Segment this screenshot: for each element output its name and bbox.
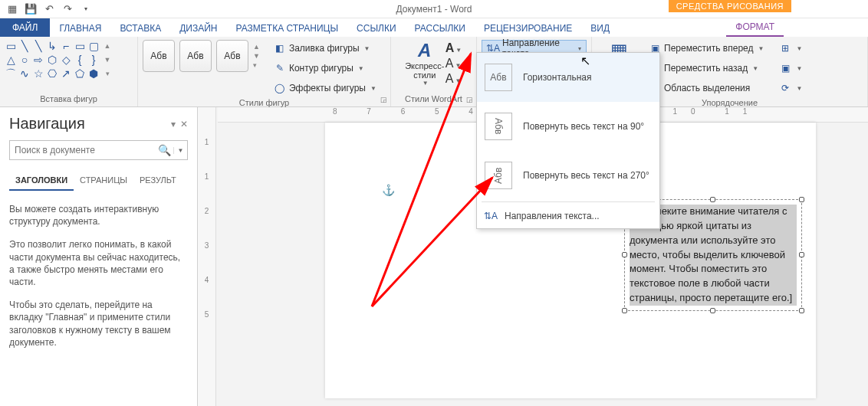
gallery-more-icon[interactable]: ▾ — [253, 61, 260, 69]
document-title: Документ1 - Word — [396, 4, 472, 15]
gallery-up-icon[interactable]: ▲ — [101, 40, 113, 52]
text-outline-button[interactable]: A▼ — [446, 57, 462, 70]
resize-handle[interactable] — [710, 308, 715, 313]
shape-effects-label: Эффекты фигуры — [289, 83, 366, 93]
tab-mailings[interactable]: РАССЫЛКИ — [406, 20, 475, 37]
bring-forward-button[interactable]: ▣ Переместить вперед ▼ — [644, 40, 768, 57]
chevron-down-icon: ▼ — [364, 45, 370, 52]
curve-icon[interactable]: ⌒ — [5, 67, 17, 80]
dialog-launcher-icon[interactable]: ◲ — [466, 96, 473, 103]
search-input[interactable] — [10, 145, 155, 156]
tab-format[interactable]: ФОРМАТ — [726, 18, 784, 37]
chevron-down-icon: ▼ — [758, 45, 764, 52]
align-button[interactable]: ⊞▼ — [774, 40, 807, 57]
vertical-ruler[interactable]: 1 1 2 3 4 5 — [198, 107, 216, 406]
thumb-90-icon: Абв — [485, 113, 512, 140]
more-label: Направления текста... — [505, 211, 600, 221]
tab-insert[interactable]: ВСТАВКА — [110, 20, 170, 37]
express-styles-button[interactable]: A Экспресс-стили ▼ — [406, 40, 444, 87]
connector-icon[interactable]: ↳ — [46, 40, 58, 52]
triangle-icon[interactable]: △ — [5, 54, 17, 66]
direction-more-options[interactable]: ⇅A Направления текста... — [477, 204, 659, 228]
undo-icon[interactable]: ↶ — [41, 2, 57, 17]
line-shape-icon[interactable]: ╲ — [18, 40, 31, 52]
resize-handle[interactable] — [622, 252, 627, 257]
callout-icon[interactable]: ⎔ — [46, 67, 58, 80]
nav-dropdown-icon[interactable]: ▾ — [171, 119, 176, 129]
resize-handle[interactable] — [710, 197, 715, 202]
rect-shape-icon[interactable]: ▢ — [87, 40, 100, 52]
qat-customize-icon[interactable]: ▾ — [78, 2, 94, 17]
shape-gallery[interactable]: ▭ ╲ ╲ ↳ ⌐ ▭ ▢ ▲ △ ○ ⇨ ⬡ ◇ { } ▼ ⌒ ∿ ☆ ⎔ — [5, 40, 113, 80]
oval-icon[interactable]: ○ — [18, 54, 31, 66]
contextual-tab-label: СРЕДСТВА РИСОВАНИЯ — [669, 0, 791, 12]
send-backward-button[interactable]: ▢ Переместить назад ▼ — [644, 60, 768, 77]
gallery-up-icon[interactable]: ▲ — [253, 43, 260, 51]
close-icon[interactable]: ✕ — [180, 119, 188, 129]
word-icon[interactable]: ▦ — [5, 2, 20, 17]
group-insert-shapes: ▭ ╲ ╲ ↳ ⌐ ▭ ▢ ▲ △ ○ ⇨ ⬡ ◇ { } ▼ ⌒ ∿ ☆ ⎔ — [0, 37, 138, 106]
tab-references[interactable]: ССЫЛКИ — [347, 20, 405, 37]
resize-handle[interactable] — [622, 308, 627, 313]
title-bar: ▦ 💾 ↶ ↷ ▾ Документ1 - Word СРЕДСТВА РИСО… — [0, 0, 868, 18]
gallery-more-icon[interactable]: ▾ — [101, 67, 113, 80]
nav-title: Навигация — [9, 115, 85, 133]
style-preset[interactable]: Абв — [143, 40, 175, 72]
align-icon: ⊞ — [779, 42, 791, 54]
connector-icon[interactable]: ⌐ — [60, 40, 72, 52]
line-shape-icon[interactable]: ╲ — [32, 40, 44, 52]
shape-fill-button[interactable]: ◧ Заливка фигуры ▼ — [269, 40, 381, 57]
nav-tab-headings[interactable]: ЗАГОЛОВКИ — [9, 171, 74, 191]
resize-handle[interactable] — [799, 197, 804, 202]
gallery-down-icon[interactable]: ▼ — [101, 54, 113, 66]
navigation-pane: Навигация ▾ ✕ 🔍 ▼ ЗАГОЛОВКИ СТРАНИЦЫ РЕЗ… — [0, 107, 198, 406]
ribbon-tabs: ФАЙЛ ГЛАВНАЯ ВСТАВКА ДИЗАЙН РАЗМЕТКА СТР… — [0, 18, 868, 37]
nav-p1: Вы можете создать интерактивную структур… — [9, 203, 188, 228]
dialog-launcher-icon[interactable]: ◲ — [380, 96, 387, 103]
tab-home[interactable]: ГЛАВНАЯ — [50, 20, 110, 37]
star-icon[interactable]: ☆ — [32, 67, 44, 80]
freeform-icon[interactable]: ∿ — [18, 67, 31, 80]
tab-view[interactable]: ВИД — [581, 20, 619, 37]
nav-search-box[interactable]: 🔍 ▼ — [9, 140, 188, 160]
nav-tab-pages[interactable]: СТРАНИЦЫ — [74, 171, 133, 191]
shape-icon[interactable]: ⬠ — [74, 67, 86, 80]
brace-icon[interactable]: { — [74, 54, 86, 66]
direction-option-horizontal[interactable]: Абв Горизонтальная — [477, 53, 659, 102]
menu-separator — [482, 201, 655, 202]
tab-design[interactable]: ДИЗАЙН — [170, 20, 226, 37]
rect-shape-icon[interactable]: ▭ — [74, 40, 86, 52]
style-preset[interactable]: Абв — [216, 40, 248, 72]
nav-p2: Это позволит легко понимать, в какой час… — [9, 238, 188, 288]
gallery-down-icon[interactable]: ▼ — [253, 52, 260, 60]
shape-icon[interactable]: ⬢ — [87, 67, 100, 80]
shape-effects-button[interactable]: ◯ Эффекты фигуры ▼ — [269, 80, 381, 97]
text-effects-button[interactable]: A▼ — [446, 72, 462, 86]
group-button[interactable]: ▣▼ — [774, 60, 807, 77]
rotate-icon: ⟳ — [779, 82, 791, 94]
shape-outline-button[interactable]: ✎ Контур фигуры ▼ — [269, 60, 381, 77]
arrow-icon[interactable]: ↗ — [60, 67, 72, 80]
nav-tab-results[interactable]: РЕЗУЛЬТ — [133, 171, 182, 191]
hexagon-icon[interactable]: ⬡ — [46, 54, 58, 66]
arrow-icon[interactable]: ⇨ — [32, 54, 44, 66]
search-dropdown-icon[interactable]: ▼ — [173, 147, 187, 154]
resize-handle[interactable] — [799, 252, 804, 257]
direction-option-90[interactable]: Абв Повернуть весь текст на 90° — [477, 102, 659, 151]
search-icon[interactable]: 🔍 — [155, 144, 173, 156]
tab-file[interactable]: ФАЙЛ — [0, 18, 50, 37]
group-label-insert-shapes: Вставка фигур — [5, 93, 133, 106]
brace-icon[interactable]: } — [87, 54, 100, 66]
rotate-button[interactable]: ⟳▼ — [774, 80, 807, 97]
resize-handle[interactable] — [799, 308, 804, 313]
tab-review[interactable]: РЕЦЕНЗИРОВАНИЕ — [475, 20, 581, 37]
tab-layout[interactable]: РАЗМЕТКА СТРАНИЦЫ — [227, 20, 348, 37]
style-preset[interactable]: Абв — [179, 40, 212, 72]
selection-pane-button[interactable]: ⧉ Область выделения — [644, 80, 768, 97]
direction-option-270[interactable]: Абв Повернуть весь текст на 270° — [477, 151, 659, 200]
save-icon[interactable]: 💾 — [23, 2, 38, 17]
textbox-shape-icon[interactable]: ▭ — [5, 40, 17, 52]
redo-icon[interactable]: ↷ — [60, 2, 75, 17]
diamond-icon[interactable]: ◇ — [60, 54, 72, 66]
text-fill-button[interactable]: A▼ — [446, 41, 462, 55]
